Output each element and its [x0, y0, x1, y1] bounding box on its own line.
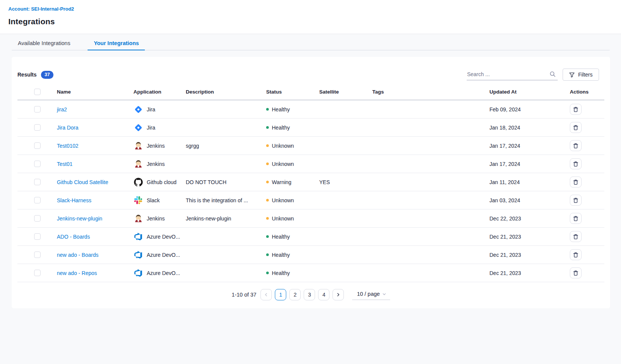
table-row: Jira DoraJiraHealthyJan 18, 2024	[17, 119, 604, 137]
delete-button[interactable]	[570, 158, 582, 169]
trash-icon	[573, 143, 579, 149]
status-dot-icon	[266, 126, 269, 129]
page-button-3[interactable]: 3	[304, 289, 315, 300]
table-row: Slack-HarnessSlackThis is the integratio…	[17, 191, 604, 209]
status-label: Unknown	[272, 161, 294, 167]
updated-at-value: Dec 21, 2023	[489, 270, 555, 276]
table-row: Github Cloud SatelliteGithub cloudDO NOT…	[17, 173, 604, 191]
filters-button[interactable]: Filters	[563, 69, 599, 81]
page-title: Integrations	[8, 17, 621, 26]
integration-name-link[interactable]: Test0102	[57, 143, 78, 149]
content-area: Available Integrations Your Integrations…	[0, 34, 621, 364]
status-label: Healthy	[272, 270, 290, 276]
delete-button[interactable]	[570, 213, 582, 224]
jira-icon	[133, 105, 143, 114]
page-button-1[interactable]: 1	[275, 289, 286, 300]
status-label: Healthy	[272, 234, 290, 240]
row-checkbox[interactable]	[34, 233, 41, 240]
table-body: jira2JiraHealthyFeb 09, 2024Jira DoraJir…	[17, 100, 604, 282]
integration-name-link[interactable]: Jenkins-new-plugin	[57, 216, 102, 222]
status-dot-icon	[266, 217, 269, 220]
application-label: Azure DevO...	[147, 270, 180, 276]
column-header-tags: Tags	[372, 89, 489, 95]
application-label: Jenkins	[147, 216, 165, 222]
trash-icon	[573, 161, 579, 167]
integration-name-link[interactable]: Jira Dora	[57, 125, 78, 131]
application-label: Jira	[147, 125, 155, 131]
status-label: Healthy	[272, 252, 290, 258]
azure-devops-icon	[133, 232, 143, 241]
account-breadcrumb[interactable]: Account: SEI-Internal-Prod2	[8, 6, 74, 12]
status-dot-icon	[266, 199, 269, 202]
prev-page-button[interactable]	[260, 289, 272, 300]
updated-at-value: Feb 09, 2024	[489, 106, 555, 112]
tabs-bar: Available Integrations Your Integrations	[12, 34, 610, 50]
table-row: new ado - BoardsAzure DevO...HealthyDec …	[17, 246, 604, 264]
column-header-description: Description	[186, 89, 266, 95]
integration-name-link[interactable]: Slack-Harness	[57, 197, 91, 203]
page-button-2[interactable]: 2	[289, 289, 301, 300]
select-all-checkbox[interactable]	[34, 89, 41, 95]
row-checkbox[interactable]	[34, 197, 41, 203]
status-dot-icon	[266, 253, 269, 256]
search-box	[467, 69, 558, 80]
status-dot-icon	[266, 108, 269, 111]
integration-name-link[interactable]: ADO - Boards	[57, 234, 90, 240]
tab-your-integrations[interactable]: Your Integrations	[88, 37, 145, 50]
delete-button[interactable]	[570, 267, 582, 278]
integration-name-link[interactable]: new ado - Repos	[57, 270, 97, 276]
satellite-value: YES	[319, 179, 372, 185]
status-label: Healthy	[272, 106, 290, 112]
row-checkbox[interactable]	[34, 124, 41, 131]
row-checkbox[interactable]	[34, 161, 41, 167]
page-size-label: 10 / page	[357, 291, 380, 297]
row-checkbox[interactable]	[34, 142, 41, 149]
application-label: Jenkins	[147, 143, 165, 149]
azure-devops-icon	[133, 250, 143, 259]
updated-at-value: Jan 17, 2024	[489, 143, 555, 149]
application-label: Azure DevO...	[147, 252, 180, 258]
jenkins-icon	[133, 159, 143, 169]
filter-funnel-icon	[569, 72, 575, 78]
integration-name-link[interactable]: new ado - Boards	[57, 252, 99, 258]
next-page-button[interactable]	[332, 289, 344, 300]
top-header: Account: SEI-Internal-Prod2 Integrations	[0, 0, 621, 34]
updated-at-value: Jan 17, 2024	[489, 161, 555, 167]
integrations-table: Name Application Description Status Sate…	[17, 84, 604, 282]
delete-button[interactable]	[570, 231, 582, 242]
delete-button[interactable]	[570, 195, 582, 206]
pagination-bar: 1-10 of 37 1234 10 / page	[12, 289, 610, 300]
row-checkbox[interactable]	[34, 270, 41, 276]
integrations-card: Results 37 Filters	[12, 57, 610, 308]
updated-at-value: Jan 11, 2024	[489, 179, 555, 185]
row-checkbox[interactable]	[34, 252, 41, 258]
row-checkbox[interactable]	[34, 106, 41, 112]
row-checkbox[interactable]	[34, 179, 41, 185]
delete-button[interactable]	[570, 122, 582, 133]
results-count-badge: 37	[41, 71, 54, 79]
pagination-range-label: 1-10 of 37	[232, 292, 256, 298]
trash-icon	[573, 252, 579, 258]
integration-name-link[interactable]: jira2	[57, 106, 67, 112]
integration-name-link[interactable]: Test01	[57, 161, 72, 167]
toolbar: Results 37 Filters	[12, 57, 610, 84]
trash-icon	[573, 125, 579, 131]
delete-button[interactable]	[570, 140, 582, 151]
integration-name-link[interactable]: Github Cloud Satellite	[57, 179, 108, 185]
application-label: Jenkins	[147, 161, 165, 167]
search-input[interactable]	[467, 69, 558, 80]
filters-button-label: Filters	[578, 72, 593, 78]
delete-button[interactable]	[570, 249, 582, 260]
status-dot-icon	[266, 181, 269, 183]
jenkins-icon	[133, 141, 143, 150]
tab-available-integrations[interactable]: Available Integrations	[12, 37, 76, 50]
delete-button[interactable]	[570, 104, 582, 115]
results-label: Results	[17, 72, 37, 78]
table-row: Test0102JenkinssgrggUnknownJan 17, 2024	[17, 137, 604, 155]
page-size-select[interactable]: 10 / page	[352, 289, 390, 300]
search-icon	[549, 71, 556, 79]
row-checkbox[interactable]	[34, 215, 41, 222]
trash-icon	[573, 270, 579, 276]
delete-button[interactable]	[570, 177, 582, 187]
page-button-4[interactable]: 4	[318, 289, 329, 300]
